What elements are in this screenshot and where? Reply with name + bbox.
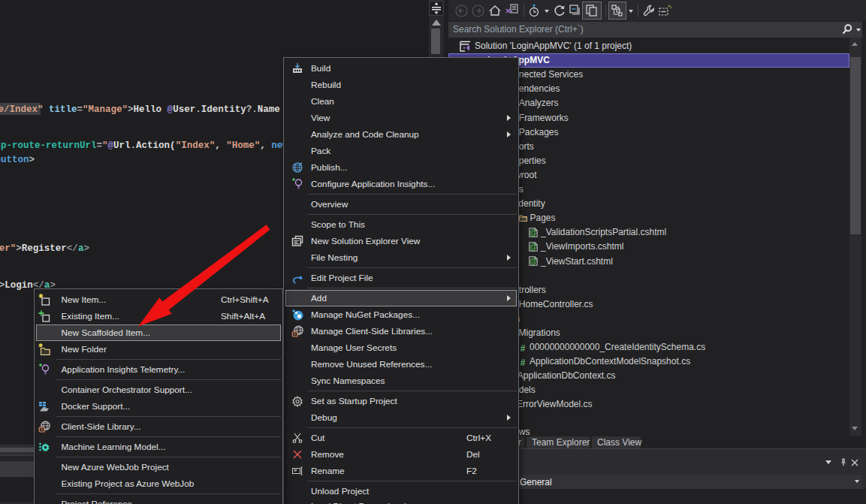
svg-text:@: @ <box>530 228 537 237</box>
svg-text:@: @ <box>530 257 537 265</box>
svg-text:@: @ <box>530 243 537 251</box>
